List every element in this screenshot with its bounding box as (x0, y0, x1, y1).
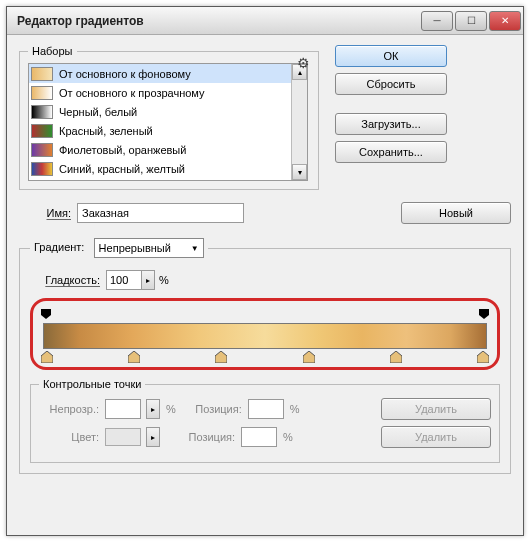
color-picker-arrow: ▸ (146, 427, 160, 447)
svg-marker-1 (479, 309, 489, 319)
color-stop[interactable] (477, 351, 489, 363)
smoothness-label: Гладкость: (30, 274, 100, 286)
window-title: Редактор градиентов (17, 14, 144, 28)
gradient-type-combo[interactable]: Непрерывный ▼ (94, 238, 204, 258)
close-button[interactable]: ✕ (489, 11, 521, 31)
color-stop[interactable] (41, 351, 53, 363)
scroll-down-button[interactable]: ▾ (292, 164, 307, 180)
preset-swatch (31, 124, 53, 138)
color-label: Цвет: (39, 431, 99, 443)
preset-item[interactable]: От основного к прозрачному (29, 83, 291, 102)
chevron-down-icon: ▼ (191, 244, 199, 253)
preset-label: Синий, красный, желтый (59, 163, 185, 175)
color-stop[interactable] (390, 351, 402, 363)
dialog-buttons: ОК Сбросить Загрузить... Сохранить... (335, 45, 447, 190)
svg-marker-0 (41, 309, 51, 319)
svg-marker-4 (215, 351, 227, 363)
preset-swatch (31, 105, 53, 119)
opacity-label: Непрозр.: (39, 403, 99, 415)
opacity-stops-row (39, 309, 491, 321)
opacity-stepper: ▸ (146, 399, 160, 419)
opacity-stop[interactable] (41, 309, 51, 319)
position-label: Позиция: (182, 403, 242, 415)
delete-opacity-stop-button: Удалить (381, 398, 491, 420)
gradient-bar-highlight (30, 298, 500, 370)
preset-swatch (31, 86, 53, 100)
color-swatch (105, 428, 141, 446)
color-position-input (241, 427, 277, 447)
color-stop[interactable] (303, 351, 315, 363)
preset-label: Фиолетовый, оранжевый (59, 144, 186, 156)
gradient-type-label: Градиент: (34, 241, 84, 253)
preset-swatch (31, 162, 53, 176)
reset-button[interactable]: Сбросить (335, 73, 447, 95)
preset-item[interactable]: Фиолетовый, оранжевый (29, 140, 291, 159)
name-label: Имя: (19, 207, 71, 219)
name-input[interactable]: Заказная (77, 203, 244, 223)
position-label: Позиция: (175, 431, 235, 443)
preset-list[interactable]: От основного к фоновомуОт основного к пр… (28, 63, 308, 181)
presets-legend: Наборы (28, 45, 77, 57)
preset-item[interactable]: Красный, зеленый (29, 121, 291, 140)
preset-label: Красный, зеленый (59, 125, 153, 137)
presets-group: Наборы ⚙ От основного к фоновомуОт основ… (19, 45, 319, 190)
svg-marker-3 (128, 351, 140, 363)
save-button[interactable]: Сохранить... (335, 141, 447, 163)
titlebar[interactable]: Редактор градиентов ─ ☐ ✕ (7, 7, 523, 35)
preset-scrollbar[interactable]: ▴ ▾ (291, 64, 307, 180)
opacity-input (105, 399, 141, 419)
maximize-button[interactable]: ☐ (455, 11, 487, 31)
new-button[interactable]: Новый (401, 202, 511, 224)
preset-item[interactable]: От основного к фоновому (29, 64, 291, 83)
color-stop[interactable] (128, 351, 140, 363)
preset-swatch (31, 143, 53, 157)
scroll-track[interactable] (292, 80, 307, 164)
gradient-bar[interactable] (43, 323, 487, 349)
opacity-stop[interactable] (479, 309, 489, 319)
delete-color-stop-button: Удалить (381, 426, 491, 448)
gradient-editor-window: Редактор градиентов ─ ☐ ✕ Наборы ⚙ От ос… (6, 6, 524, 536)
preset-item[interactable]: Синий, красный, желтый (29, 159, 291, 178)
svg-marker-7 (477, 351, 489, 363)
ok-button[interactable]: ОК (335, 45, 447, 67)
color-stop[interactable] (215, 351, 227, 363)
preset-label: От основного к фоновому (59, 68, 191, 80)
color-stops-row (39, 351, 491, 365)
preset-label: От основного к прозрачному (59, 87, 205, 99)
smoothness-input[interactable]: 100 (106, 270, 142, 290)
minimize-button[interactable]: ─ (421, 11, 453, 31)
svg-marker-6 (390, 351, 402, 363)
load-button[interactable]: Загрузить... (335, 113, 447, 135)
gear-icon[interactable]: ⚙ (297, 55, 310, 71)
opacity-position-input (248, 399, 284, 419)
svg-marker-5 (303, 351, 315, 363)
preset-label: Черный, белый (59, 106, 137, 118)
preset-item[interactable]: Черный, белый (29, 102, 291, 121)
svg-marker-2 (41, 351, 53, 363)
preset-swatch (31, 67, 53, 81)
control-points-legend: Контрольные точки (39, 378, 145, 390)
smoothness-stepper[interactable]: ▸ (141, 270, 155, 290)
gradient-group: Градиент: Непрерывный ▼ Гладкость: 100 ▸… (19, 238, 511, 474)
control-points-group: Контрольные точки Непрозр.: ▸ % Позиция:… (30, 378, 500, 463)
smoothness-unit: % (159, 274, 169, 286)
